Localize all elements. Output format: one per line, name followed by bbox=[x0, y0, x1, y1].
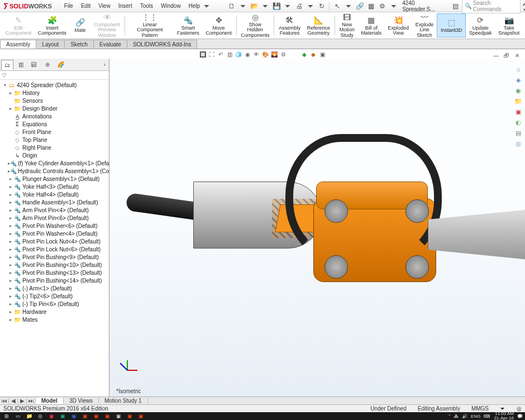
expand-icon[interactable]: ▸ bbox=[8, 231, 13, 236]
tab-last-icon[interactable]: ⏭ bbox=[27, 398, 36, 404]
ribbon-bill-of[interactable]: ▦Bill of Materials bbox=[358, 13, 385, 37]
doc-minimize-button[interactable]: — bbox=[491, 51, 500, 59]
app-taskbar-icon[interactable]: ▣ bbox=[114, 413, 123, 419]
view-orientation-icon[interactable]: 🧊 bbox=[235, 50, 242, 58]
menu-file[interactable]: File bbox=[61, 2, 77, 10]
tree-item[interactable]: ▸🔩Plunger Assembly<1> (Default) bbox=[0, 175, 109, 183]
configuration-manager-tab[interactable]: 🗟 bbox=[28, 60, 40, 70]
resources-pane-icon[interactable]: ◈ bbox=[514, 75, 523, 84]
solidworks-taskbar-icon[interactable]: ▣ bbox=[92, 413, 101, 419]
chevron-down-icon[interactable]: ⏷ bbox=[306, 1, 315, 11]
expand-icon[interactable]: ▸ bbox=[8, 278, 13, 283]
tree-item[interactable]: ▸🔩Pivot Pin Bushing<9> (Default) bbox=[0, 253, 109, 261]
tree-item[interactable]: ▸🔩Pivot Pin Bushing<14> (Default) bbox=[0, 276, 109, 284]
expand-icon[interactable]: ▸ bbox=[8, 294, 13, 299]
menu-help[interactable]: Help bbox=[185, 2, 204, 10]
clock[interactable]: 11:03 AM 21-Apr-16 bbox=[494, 412, 514, 420]
expand-icon[interactable]: ▸ bbox=[8, 270, 13, 275]
panel-expand-icon[interactable]: › bbox=[102, 61, 108, 68]
tab-next-icon[interactable]: ▶ bbox=[18, 398, 27, 404]
expand-icon[interactable]: ▸ bbox=[8, 239, 13, 244]
expand-icon[interactable]: ▸ bbox=[8, 216, 13, 221]
expand-icon[interactable]: ▸ bbox=[8, 262, 13, 268]
menu-tools[interactable]: Tools bbox=[137, 2, 156, 10]
word-taskbar-icon[interactable]: ▣ bbox=[69, 413, 78, 419]
ribbon-exploded[interactable]: 💥Exploded View bbox=[385, 13, 412, 37]
task-pane-icon[interactable]: ▤ bbox=[451, 1, 460, 11]
tab-prev-icon[interactable]: ◀ bbox=[9, 398, 18, 404]
task-view-icon[interactable]: ▭ bbox=[13, 413, 22, 419]
ribbon-linear-component[interactable]: ⋮⋮Linear Component Pattern bbox=[126, 13, 174, 37]
network-icon[interactable]: 🖧 bbox=[454, 414, 459, 419]
ribbon-take[interactable]: 📷Take Snapshot bbox=[495, 13, 523, 37]
custom-properties-icon[interactable]: ▤ bbox=[514, 128, 523, 137]
tree-item[interactable]: ▸🔩Pivot Pin Washer<6> (Default) bbox=[0, 222, 109, 230]
rebuild-icon[interactable]: ↻ bbox=[317, 1, 326, 11]
chevron-down-icon[interactable]: ⏷ bbox=[238, 1, 247, 11]
tab-sketch[interactable]: Sketch bbox=[64, 40, 94, 49]
start-button[interactable]: ⊞ bbox=[2, 413, 11, 419]
expand-icon[interactable]: ▸ bbox=[8, 176, 13, 182]
edrawings-taskbar-icon[interactable]: ▣ bbox=[80, 413, 89, 419]
tree-item[interactable]: ↳Origin bbox=[0, 151, 109, 159]
tree-item[interactable]: A̲Annotations bbox=[0, 112, 109, 120]
new-icon[interactable]: 🗋 bbox=[227, 1, 236, 11]
tree-item[interactable]: 📁Sensors bbox=[0, 97, 109, 104]
options-icon[interactable]: ▦ bbox=[366, 1, 376, 11]
link-icon[interactable]: 🔗 bbox=[355, 1, 365, 11]
tree-item[interactable]: ▸🔩(-) Tip2<6> (Default) bbox=[0, 292, 109, 300]
unit-system-label[interactable]: MMGS bbox=[471, 405, 489, 412]
design-library-icon[interactable]: ◉ bbox=[514, 86, 523, 95]
tree-root-item[interactable]: ▾ 🗂 4240 Spreader (Default) bbox=[0, 81, 109, 89]
expand-icon[interactable]: ▸ bbox=[8, 309, 13, 314]
tab-first-icon[interactable]: ⏮ bbox=[0, 398, 9, 404]
forum-pane-icon[interactable]: ◎ bbox=[514, 139, 523, 148]
expand-icon[interactable]: ▸ bbox=[8, 286, 13, 291]
display-manager-tab[interactable]: 🌈 bbox=[55, 60, 67, 70]
ribbon-reference[interactable]: 📐Reference Geometry bbox=[304, 13, 333, 37]
previous-view-icon[interactable]: ↶ bbox=[217, 50, 225, 58]
doc-restore-button[interactable]: 🗗 bbox=[502, 51, 511, 59]
tree-item[interactable]: ▸🔩(-) Tip Pin<6> (Default) bbox=[0, 300, 109, 308]
sw-running-icon[interactable]: ▣ bbox=[103, 413, 112, 419]
tree-item[interactable]: ▸🔩Yoke Half<4> (Default) bbox=[0, 190, 109, 198]
expand-icon[interactable]: ▸ bbox=[8, 200, 13, 205]
expand-icon[interactable]: ▸ bbox=[8, 255, 13, 260]
display-style-icon[interactable]: ◉ bbox=[244, 50, 251, 58]
orientation-triad[interactable] bbox=[116, 359, 139, 381]
expand-icon[interactable]: ▸ bbox=[8, 192, 13, 197]
ribbon-smart[interactable]: 🔩Smart Fasteners bbox=[174, 13, 203, 37]
bottom-tab-model[interactable]: Model bbox=[36, 398, 64, 404]
ribbon-instant3d[interactable]: ⬚Instant3D bbox=[437, 13, 466, 37]
volume-icon[interactable]: 🔊 bbox=[462, 414, 467, 419]
expand-icon[interactable]: ▸ bbox=[8, 106, 13, 111]
tree-item[interactable]: ◇Front Plane bbox=[0, 128, 109, 136]
menu-window[interactable]: Window bbox=[157, 2, 184, 10]
doc-close-button[interactable]: ✕ bbox=[513, 51, 522, 59]
chevron-down-icon[interactable]: ⏷ bbox=[344, 1, 354, 11]
render-tools-icon[interactable]: ◆ bbox=[300, 50, 308, 58]
settings-icon[interactable]: ⚙ bbox=[378, 1, 387, 11]
ribbon-move[interactable]: ✥Move Component bbox=[203, 13, 235, 37]
expand-icon[interactable]: ▾ bbox=[2, 83, 8, 88]
tab-assembly[interactable]: Assembly bbox=[0, 40, 36, 49]
ribbon-assembly[interactable]: 🛠Assembly Features bbox=[275, 13, 304, 37]
section-view-icon[interactable]: ▥ bbox=[226, 50, 233, 58]
appearances-pane-icon[interactable]: ◐ bbox=[514, 118, 523, 127]
tree-item[interactable]: ▸🔩Pivot Pin Lock Nut<6> (Default) bbox=[0, 245, 109, 253]
browser-taskbar-icon[interactable]: ◎ bbox=[36, 413, 45, 419]
hide-show-icon[interactable]: 👁 bbox=[252, 50, 260, 58]
expand-icon[interactable]: ▸ bbox=[8, 247, 13, 252]
tree-item[interactable]: ▸🔩(-) Arm<1> (Default) bbox=[0, 284, 109, 292]
bottom-tab-3d-views[interactable]: 3D Views bbox=[64, 398, 99, 404]
chevron-down-icon[interactable]: ⏷ bbox=[389, 1, 398, 11]
select-icon[interactable]: ↖ bbox=[332, 1, 342, 11]
tree-item[interactable]: ▸🔩(f) Yoke Cylinder Assembly<1> (Defaul bbox=[0, 159, 109, 167]
edit-appearance-icon[interactable]: 🎨 bbox=[261, 50, 269, 58]
status-extra-icon[interactable]: ◎ bbox=[517, 405, 522, 412]
ribbon-insert[interactable]: 🧩Insert Components bbox=[35, 13, 70, 37]
render-region-icon[interactable]: ◆ bbox=[309, 50, 317, 58]
chevron-down-icon[interactable]: ⏷ bbox=[261, 1, 270, 11]
keyboard-icon[interactable]: ⌨ bbox=[484, 414, 490, 419]
render-icon[interactable]: ▣ bbox=[318, 50, 326, 58]
